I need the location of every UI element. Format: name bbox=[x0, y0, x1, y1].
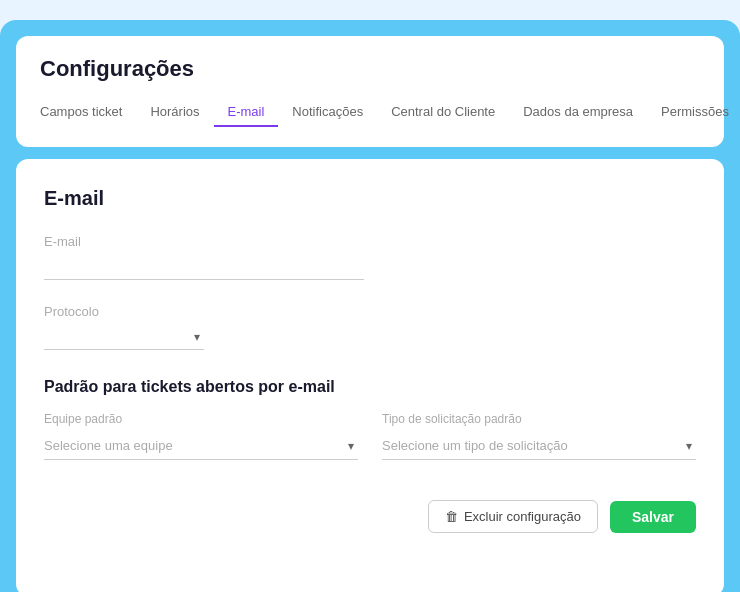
team-select-group: Equipe padrão Selecione uma equipe ▾ bbox=[44, 412, 358, 460]
tab-campos-ticket[interactable]: Campos ticket bbox=[40, 98, 136, 127]
page-container: Configurações Campos ticket Horários E-m… bbox=[0, 20, 740, 592]
request-type-select-group: Tipo de solicitação padrão Selecione um … bbox=[382, 412, 696, 460]
form-actions: 🗑 Excluir configuração Salvar bbox=[44, 500, 696, 533]
request-type-select[interactable]: Selecione um tipo de solicitação bbox=[382, 432, 696, 459]
tab-dados-empresa[interactable]: Dados da empresa bbox=[509, 98, 647, 127]
settings-nav-card: Configurações Campos ticket Horários E-m… bbox=[16, 36, 724, 147]
tab-email[interactable]: E-mail bbox=[214, 98, 279, 127]
protocol-select-wrapper: IMAP POP3 SMTP ▾ bbox=[44, 325, 204, 350]
page-title: Configurações bbox=[40, 56, 700, 82]
email-field-group: E-mail bbox=[44, 234, 696, 280]
delete-button[interactable]: 🗑 Excluir configuração bbox=[428, 500, 598, 533]
request-type-label: Tipo de solicitação padrão bbox=[382, 412, 696, 426]
email-label: E-mail bbox=[44, 234, 696, 249]
tab-permissoes[interactable]: Permissões bbox=[647, 98, 740, 127]
request-type-select-wrapper: Selecione um tipo de solicitação ▾ bbox=[382, 432, 696, 460]
protocol-select[interactable]: IMAP POP3 SMTP bbox=[44, 325, 204, 349]
defaults-grid: Equipe padrão Selecione uma equipe ▾ Tip… bbox=[44, 412, 696, 460]
form-title: E-mail bbox=[44, 187, 696, 210]
form-card: E-mail E-mail Protocolo IMAP POP3 SMTP ▾… bbox=[16, 159, 724, 592]
team-label: Equipe padrão bbox=[44, 412, 358, 426]
tab-horarios[interactable]: Horários bbox=[136, 98, 213, 127]
save-button[interactable]: Salvar bbox=[610, 501, 696, 533]
default-section-title: Padrão para tickets abertos por e-mail bbox=[44, 378, 696, 396]
tab-notificacoes[interactable]: Notificações bbox=[278, 98, 377, 127]
tab-central-cliente[interactable]: Central do Cliente bbox=[377, 98, 509, 127]
protocol-field-group: Protocolo IMAP POP3 SMTP ▾ bbox=[44, 304, 696, 350]
team-select[interactable]: Selecione uma equipe bbox=[44, 432, 358, 459]
protocol-label: Protocolo bbox=[44, 304, 696, 319]
delete-button-label: Excluir configuração bbox=[464, 509, 581, 524]
email-input[interactable] bbox=[44, 255, 364, 280]
team-select-wrapper: Selecione uma equipe ▾ bbox=[44, 432, 358, 460]
trash-icon: 🗑 bbox=[445, 509, 458, 524]
nav-tabs: Campos ticket Horários E-mail Notificaçõ… bbox=[40, 98, 700, 127]
